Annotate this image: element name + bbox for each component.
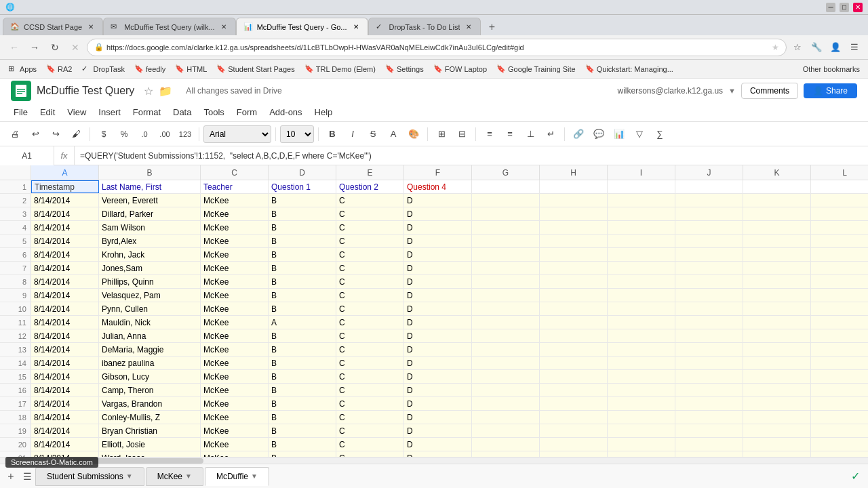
cell-C10[interactable]: McKee xyxy=(201,302,269,315)
forward-button[interactable]: → xyxy=(26,39,43,56)
cell-B14[interactable]: ibanez paulina xyxy=(99,357,201,369)
cell-E2[interactable]: C xyxy=(336,194,404,207)
cell-B21[interactable]: Ward, Isaac xyxy=(99,451,201,457)
cell-B9[interactable]: Velasquez, Pam xyxy=(99,289,201,302)
cell-C11[interactable]: McKee xyxy=(201,316,269,329)
font-size-select[interactable]: 10 xyxy=(280,125,314,143)
cell-I13[interactable] xyxy=(608,343,675,356)
sheet-tab-student-submissions[interactable]: Student Submissions ▼ xyxy=(35,467,144,486)
cell-H5[interactable] xyxy=(540,235,608,247)
cell-I9[interactable] xyxy=(608,289,675,302)
menu-view[interactable]: View xyxy=(62,105,92,119)
cell-H14[interactable] xyxy=(540,357,608,369)
cell-K19[interactable] xyxy=(743,424,811,437)
highlight-button[interactable]: 🎨 xyxy=(404,125,423,144)
cell-B4[interactable]: Sam Wilson xyxy=(99,221,201,234)
cell-I17[interactable] xyxy=(608,397,675,410)
cell-I20[interactable] xyxy=(608,438,675,451)
cell-D5[interactable]: B xyxy=(269,235,336,247)
bold-button[interactable]: B xyxy=(323,125,342,144)
cell-L15[interactable] xyxy=(811,370,868,383)
cell-A6[interactable]: 8/14/2014 xyxy=(31,248,99,261)
cell-F3[interactable]: D xyxy=(404,207,472,220)
cell-H10[interactable] xyxy=(540,302,608,315)
cell-F2[interactable]: D xyxy=(404,194,472,207)
cell-G2[interactable] xyxy=(472,194,540,207)
tab-close-ccsd[interactable]: ✕ xyxy=(86,22,96,32)
bookmark-student-start[interactable]: 🔖 Student Start Pages xyxy=(212,63,298,75)
cell-A8[interactable]: 8/14/2014 xyxy=(31,275,99,288)
cell-A9[interactable]: 8/14/2014 xyxy=(31,289,99,302)
cell-I10[interactable] xyxy=(608,302,675,315)
cell-I8[interactable] xyxy=(608,275,675,288)
cell-G17[interactable] xyxy=(472,397,540,410)
cell-K12[interactable] xyxy=(743,329,811,342)
merge-button[interactable]: ⊟ xyxy=(452,125,471,144)
cell-K7[interactable] xyxy=(743,262,811,274)
cell-K11[interactable] xyxy=(743,316,811,329)
cell-F6[interactable]: D xyxy=(404,248,472,261)
cell-C17[interactable]: McKee xyxy=(201,397,269,410)
bookmark-google-training[interactable]: 🔖 Google Training Site xyxy=(492,63,580,75)
cell-a1[interactable]: Timestamp xyxy=(31,180,99,193)
cell-H7[interactable] xyxy=(540,262,608,274)
cell-B3[interactable]: Dillard, Parker xyxy=(99,207,201,220)
cell-I19[interactable] xyxy=(608,424,675,437)
cell-K18[interactable] xyxy=(743,411,811,424)
cell-G13[interactable] xyxy=(472,343,540,356)
col-header-j[interactable]: J xyxy=(675,165,743,180)
cell-D8[interactable]: B xyxy=(269,275,336,288)
cell-A3[interactable]: 8/14/2014 xyxy=(31,207,99,220)
cell-K10[interactable] xyxy=(743,302,811,315)
cell-F10[interactable]: D xyxy=(404,302,472,315)
favorite-star-icon[interactable]: ☆ xyxy=(144,85,153,98)
cell-E3[interactable]: C xyxy=(336,207,404,220)
menu-format[interactable]: Format xyxy=(127,105,166,119)
cell-E9[interactable]: C xyxy=(336,289,404,302)
cell-I11[interactable] xyxy=(608,316,675,329)
tab-mcduffie-wil[interactable]: ✉ McDuffie Test Query (wilk... ✕ xyxy=(103,18,235,35)
cell-L19[interactable] xyxy=(811,424,868,437)
cell-J21[interactable] xyxy=(675,451,743,457)
cell-H19[interactable] xyxy=(540,424,608,437)
cell-H21[interactable] xyxy=(540,451,608,457)
menu-insert[interactable]: Insert xyxy=(93,105,126,119)
cell-G19[interactable] xyxy=(472,424,540,437)
bookmark-fow[interactable]: 🔖 FOW Laptop xyxy=(429,63,491,75)
cell-D19[interactable]: B xyxy=(269,424,336,437)
cell-A21[interactable]: 8/14/2014 xyxy=(31,451,99,457)
cell-A17[interactable]: 8/14/2014 xyxy=(31,397,99,410)
cell-H6[interactable] xyxy=(540,248,608,261)
cell-D12[interactable]: B xyxy=(269,329,336,342)
cell-B11[interactable]: Mauldin, Nick xyxy=(99,316,201,329)
cell-E10[interactable]: C xyxy=(336,302,404,315)
back-button[interactable]: ← xyxy=(5,39,23,56)
cell-A13[interactable]: 8/14/2014 xyxy=(31,343,99,356)
cell-L3[interactable] xyxy=(811,207,868,220)
sheet-list-button[interactable]: ☰ xyxy=(19,468,35,485)
cell-G11[interactable] xyxy=(472,316,540,329)
cell-G18[interactable] xyxy=(472,411,540,424)
cell-G3[interactable] xyxy=(472,207,540,220)
cell-E4[interactable]: C xyxy=(336,221,404,234)
undo-button[interactable]: ↩ xyxy=(26,125,45,144)
cell-h1[interactable] xyxy=(540,180,608,193)
comment-button[interactable]: 💬 xyxy=(589,125,608,144)
cell-B2[interactable]: Vereen, Everett xyxy=(99,194,201,207)
cell-J4[interactable] xyxy=(675,221,743,234)
cell-A14[interactable]: 8/14/2014 xyxy=(31,357,99,369)
cell-B12[interactable]: Julian, Anna xyxy=(99,329,201,342)
cell-C18[interactable]: McKee xyxy=(201,411,269,424)
cell-L12[interactable] xyxy=(811,329,868,342)
cell-L21[interactable] xyxy=(811,451,868,457)
cell-J18[interactable] xyxy=(675,411,743,424)
cell-I18[interactable] xyxy=(608,411,675,424)
cell-B7[interactable]: Jones,Sam xyxy=(99,262,201,274)
cell-K8[interactable] xyxy=(743,275,811,288)
cell-J10[interactable] xyxy=(675,302,743,315)
tab-ccsd[interactable]: 🏠 CCSD Start Page ✕ xyxy=(3,18,103,35)
cell-J16[interactable] xyxy=(675,384,743,396)
chart-button[interactable]: 📊 xyxy=(610,125,629,144)
cell-K4[interactable] xyxy=(743,221,811,234)
cell-C16[interactable]: McKee xyxy=(201,384,269,396)
